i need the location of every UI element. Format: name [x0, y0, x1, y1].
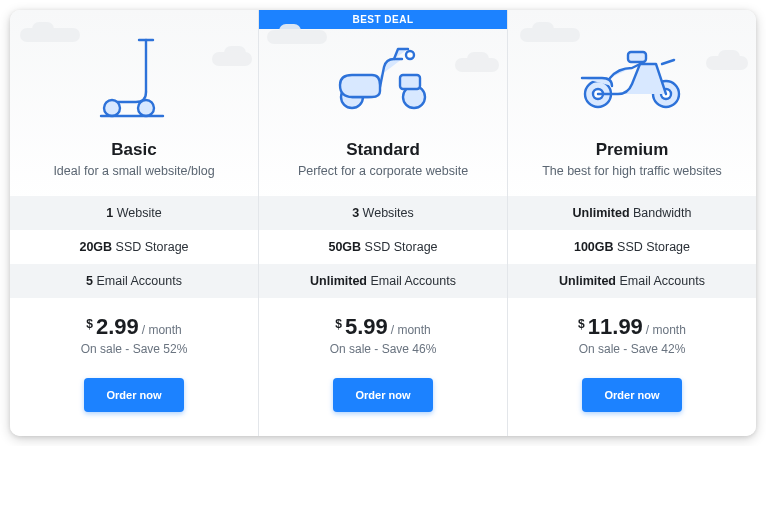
price-block: $ 11.99 / month On sale - Save 42% [508, 298, 756, 364]
scooter-icon [95, 30, 173, 120]
svg-point-3 [138, 100, 154, 116]
order-button[interactable]: Order now [582, 378, 681, 412]
svg-point-8 [406, 51, 414, 59]
moped-icon [328, 35, 438, 115]
motorcycle-icon [572, 38, 692, 112]
feature-row: Unlimited Email Accounts [508, 264, 756, 298]
price-block: $ 2.99 / month On sale - Save 52% [10, 298, 258, 364]
plan-standard: BEST DEAL Standard Perfect for a corpora… [259, 10, 508, 436]
order-button[interactable]: Order now [84, 378, 183, 412]
sale-text: On sale - Save 46% [269, 342, 497, 356]
currency: $ [578, 317, 585, 331]
feature-row: 20GB SSD Storage [10, 230, 258, 264]
feature-row: 1 Website [10, 196, 258, 230]
svg-point-2 [104, 100, 120, 116]
svg-rect-13 [628, 52, 646, 62]
currency: $ [335, 317, 342, 331]
plan-icon-wrap [10, 10, 258, 140]
feature-row: 50GB SSD Storage [259, 230, 507, 264]
plan-subtitle: Perfect for a corporate website [259, 164, 507, 178]
price-amount: 2.99 [96, 314, 139, 340]
plan-icon-wrap [259, 10, 507, 140]
price-amount: 11.99 [588, 314, 643, 340]
plan-icon-wrap [508, 10, 756, 140]
pricing-table: Basic Ideal for a small website/blog 1 W… [10, 10, 756, 436]
price-period: / month [391, 323, 431, 337]
feature-row: 3 Websites [259, 196, 507, 230]
price-block: $ 5.99 / month On sale - Save 46% [259, 298, 507, 364]
price-amount: 5.99 [345, 314, 388, 340]
sale-text: On sale - Save 52% [20, 342, 248, 356]
plan-premium: Premium The best for high traffic websit… [508, 10, 756, 436]
feature-row: 5 Email Accounts [10, 264, 258, 298]
currency: $ [86, 317, 93, 331]
plan-subtitle: The best for high traffic websites [508, 164, 756, 178]
feature-row: 100GB SSD Storage [508, 230, 756, 264]
feature-row: Unlimited Email Accounts [259, 264, 507, 298]
plan-title: Standard [259, 140, 507, 160]
plan-title: Premium [508, 140, 756, 160]
price-period: / month [646, 323, 686, 337]
svg-rect-7 [400, 75, 420, 89]
feature-row: Unlimited Bandwidth [508, 196, 756, 230]
price-period: / month [142, 323, 182, 337]
plan-subtitle: Ideal for a small website/blog [10, 164, 258, 178]
sale-text: On sale - Save 42% [518, 342, 746, 356]
plan-title: Basic [10, 140, 258, 160]
plan-basic: Basic Ideal for a small website/blog 1 W… [10, 10, 259, 436]
order-button[interactable]: Order now [333, 378, 432, 412]
